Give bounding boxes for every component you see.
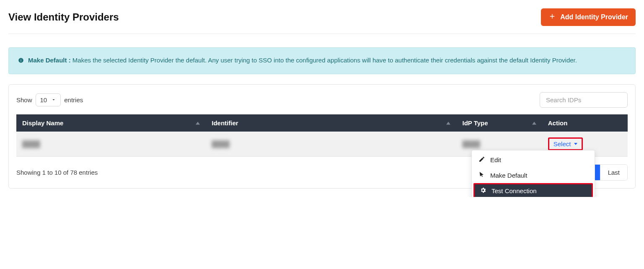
plus-icon xyxy=(548,13,556,22)
info-icon xyxy=(18,55,24,66)
select-label: Select xyxy=(553,140,571,147)
blurred-value: ████ xyxy=(22,140,40,147)
dropdown-item-test-connection[interactable]: Test Connection xyxy=(473,183,593,197)
chevron-down-icon xyxy=(51,96,56,103)
page-last-button[interactable]: Last xyxy=(600,165,627,180)
cell-action: Select Edit Make Default xyxy=(542,132,628,157)
col-display-name[interactable]: Display Name xyxy=(16,114,206,132)
action-select-button[interactable]: Select xyxy=(548,137,583,150)
idp-table: Display Name Identifier IdP Type Action xyxy=(16,114,628,157)
blurred-value: ████ xyxy=(462,140,480,147)
col-identifier[interactable]: Identifier xyxy=(206,114,456,132)
table-row: ████ ████ ████ Select Edit xyxy=(16,132,628,157)
col-action-label: Action xyxy=(548,119,568,127)
caret-down-icon xyxy=(574,143,577,145)
action-dropdown: Edit Make Default Test Connection xyxy=(471,150,595,197)
show-label: Show xyxy=(16,96,32,103)
page-size-select[interactable]: 10 xyxy=(36,93,61,106)
page-size-value: 10 xyxy=(40,96,47,103)
add-identity-provider-button[interactable]: Add Identity Provider xyxy=(541,8,636,26)
sort-arrow-icon xyxy=(196,122,200,124)
info-text: Makes the selected Identity Provider the… xyxy=(71,57,577,64)
col-display-name-label: Display Name xyxy=(22,119,63,127)
table-panel: Show 10 entries Display Name xyxy=(8,84,636,189)
page-title: View Identity Providers xyxy=(8,11,119,23)
cell-display-name: ████ xyxy=(16,132,206,157)
test-connection-label: Test Connection xyxy=(491,187,537,194)
search-input[interactable] xyxy=(540,92,628,108)
blurred-value: ████ xyxy=(212,140,230,147)
sort-arrow-icon xyxy=(532,122,536,124)
info-banner: Make Default : Makes the selected Identi… xyxy=(8,47,636,74)
col-idp-type[interactable]: IdP Type xyxy=(456,114,542,132)
col-action: Action xyxy=(542,114,628,132)
info-strong: Make Default : xyxy=(28,57,71,64)
edit-icon xyxy=(478,156,485,164)
info-text-wrap: Make Default : Makes the selected Identi… xyxy=(28,55,577,66)
table-header-row: Display Name Identifier IdP Type Action xyxy=(16,114,628,132)
controls-row: Show 10 entries xyxy=(16,92,628,108)
gears-icon xyxy=(480,187,486,195)
dropdown-item-make-default[interactable]: Make Default xyxy=(472,168,595,183)
showing-info: Showing 1 to 10 of 78 entries xyxy=(16,169,98,176)
cell-identifier: ████ xyxy=(206,132,456,157)
col-identifier-label: Identifier xyxy=(212,119,238,127)
cursor-icon xyxy=(478,171,485,179)
make-default-label: Make Default xyxy=(490,172,527,179)
header-row: View Identity Providers Add Identity Pro… xyxy=(8,8,636,34)
col-idp-type-label: IdP Type xyxy=(462,119,488,127)
sort-arrow-icon xyxy=(446,122,450,124)
show-entries: Show 10 entries xyxy=(16,93,83,106)
entries-label: entries xyxy=(64,96,83,103)
edit-label: Edit xyxy=(490,156,501,163)
dropdown-item-edit[interactable]: Edit xyxy=(472,152,595,168)
add-button-label: Add Identity Provider xyxy=(560,13,628,21)
